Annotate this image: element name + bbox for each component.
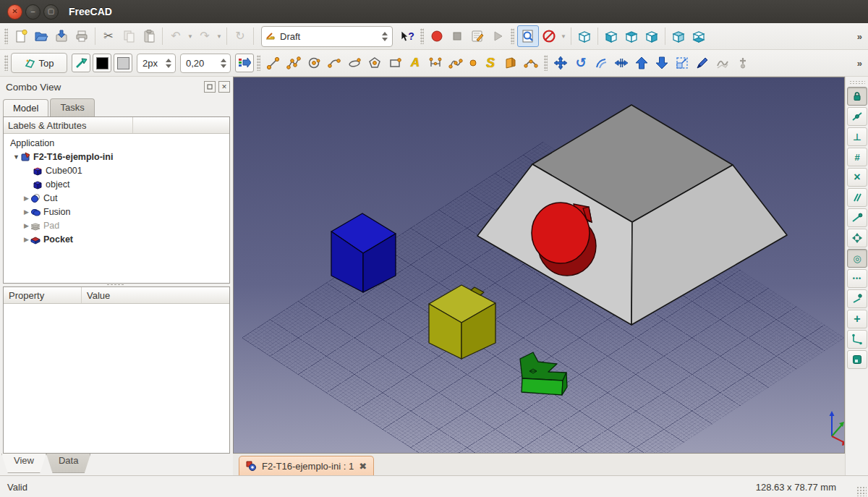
tree-row-pocket[interactable]: ▶ Pocket bbox=[4, 232, 229, 246]
snap-special-button[interactable]: ••• bbox=[847, 269, 867, 288]
toolbar-handle[interactable] bbox=[511, 28, 514, 44]
panel-close-button[interactable]: ✕ bbox=[218, 81, 230, 93]
macro-play-button[interactable] bbox=[488, 26, 508, 46]
snap-endpoint-button[interactable] bbox=[847, 208, 867, 227]
draft-add-point-button[interactable] bbox=[733, 53, 753, 73]
redo-button[interactable]: ↷ bbox=[195, 26, 215, 46]
workbench-selector[interactable]: Draft bbox=[261, 26, 393, 47]
print-button[interactable] bbox=[72, 26, 92, 46]
draft-arc-button[interactable] bbox=[324, 53, 344, 73]
view-right-button[interactable] bbox=[642, 26, 662, 46]
snap-near-button[interactable] bbox=[847, 289, 867, 308]
draft-wire-button[interactable] bbox=[284, 53, 304, 73]
save-document-button[interactable] bbox=[51, 26, 72, 46]
open-document-button[interactable] bbox=[31, 26, 51, 46]
whats-this-button[interactable]: ? bbox=[397, 26, 417, 46]
tab-tasks[interactable]: Tasks bbox=[50, 98, 94, 116]
toolbar-overflow-button[interactable]: » bbox=[857, 31, 862, 42]
toolbar-handle[interactable] bbox=[4, 28, 8, 44]
draft-offset-button[interactable] bbox=[591, 53, 611, 73]
draft-dimension-button[interactable] bbox=[425, 53, 446, 73]
line-color-swatch[interactable] bbox=[93, 54, 111, 72]
view-top-button[interactable] bbox=[621, 26, 642, 46]
expand-arrow-icon[interactable]: ▶ bbox=[22, 208, 30, 216]
tree-row-pad[interactable]: ▶ Pad bbox=[4, 218, 229, 232]
draft-polygon-button[interactable] bbox=[365, 53, 385, 73]
draft-text-button[interactable]: A bbox=[405, 53, 425, 73]
document-tab[interactable]: F2-T16-ejemplo-ini : 1 ✖ bbox=[239, 456, 374, 475]
expand-arrow-icon[interactable]: ▶ bbox=[22, 195, 30, 202]
draft-bezier-button[interactable] bbox=[521, 53, 541, 73]
draft-shapestring-button[interactable]: S bbox=[480, 53, 501, 73]
window-maximize-button[interactable]: ▢ bbox=[43, 4, 59, 20]
toolbar-handle[interactable] bbox=[849, 80, 865, 84]
scale-spinbox[interactable]: 0,20 bbox=[180, 54, 231, 73]
snap-lock-button[interactable] bbox=[847, 87, 867, 106]
toolbar-handle[interactable] bbox=[420, 28, 424, 44]
tab-view[interactable]: View bbox=[1, 454, 46, 473]
view-axonometric-button[interactable] bbox=[574, 26, 595, 46]
tree-row-cube001[interactable]: Cube001 bbox=[4, 163, 229, 177]
snap-perpendicular-button[interactable]: ⊥ bbox=[847, 127, 867, 146]
expand-arrow-icon[interactable]: ▶ bbox=[22, 222, 30, 229]
view-bottom-button[interactable] bbox=[689, 26, 709, 46]
tree-row-fusion[interactable]: ▶ Fusion bbox=[4, 205, 229, 218]
view-front-button[interactable] bbox=[601, 26, 621, 46]
snap-intersection-button[interactable]: × bbox=[847, 168, 867, 187]
snap-ortho-button[interactable]: + bbox=[847, 310, 867, 328]
draft-edit-button[interactable] bbox=[692, 53, 712, 73]
window-minimize-button[interactable]: – bbox=[25, 4, 41, 20]
document-tab-close-icon[interactable]: ✖ bbox=[359, 461, 367, 472]
value-column-header[interactable]: Value bbox=[82, 287, 229, 303]
tree-row-application[interactable]: Application bbox=[4, 136, 229, 150]
copy-button[interactable] bbox=[119, 26, 139, 46]
tab-model[interactable]: Model bbox=[3, 99, 48, 117]
draft-downgrade-button[interactable] bbox=[652, 53, 672, 73]
draft-trimex-button[interactable] bbox=[611, 53, 631, 73]
apply-style-button[interactable] bbox=[235, 54, 254, 72]
snap-parallel-button[interactable] bbox=[847, 188, 867, 207]
toolbar-overflow-button[interactable]: » bbox=[857, 58, 862, 69]
fit-all-button[interactable] bbox=[517, 25, 539, 47]
macro-edit-button[interactable] bbox=[467, 26, 488, 46]
snap-center-button[interactable]: ◎ bbox=[847, 249, 867, 268]
draft-circle-button[interactable] bbox=[304, 53, 324, 73]
property-column-header[interactable]: Property bbox=[4, 287, 82, 303]
tree-row-object[interactable]: object bbox=[4, 177, 229, 191]
new-document-button[interactable] bbox=[11, 26, 31, 46]
working-plane-button[interactable]: Top bbox=[11, 53, 67, 73]
draft-facebinder-button[interactable] bbox=[501, 53, 521, 73]
draft-scale-button[interactable] bbox=[672, 53, 692, 73]
snap-midpoint-button[interactable] bbox=[847, 107, 867, 126]
draft-rectangle-button[interactable] bbox=[385, 53, 405, 73]
toolbar-handle[interactable] bbox=[257, 55, 260, 71]
draft-upgrade-button[interactable] bbox=[631, 53, 652, 73]
expand-arrow-icon[interactable]: ▼ bbox=[12, 153, 20, 161]
tree-row-cut[interactable]: ▶ Cut bbox=[4, 191, 229, 205]
panel-float-button[interactable] bbox=[204, 81, 216, 93]
macro-record-button[interactable] bbox=[427, 26, 447, 46]
snap-extension-button[interactable] bbox=[847, 229, 867, 247]
draft-rotate-button[interactable]: ↺ bbox=[571, 53, 591, 73]
draft-move-button[interactable] bbox=[550, 53, 571, 73]
draw-style-dropdown-arrow[interactable]: ▼ bbox=[559, 26, 568, 46]
snap-grid-button[interactable]: # bbox=[847, 148, 867, 166]
redo-dropdown-arrow[interactable]: ▼ bbox=[215, 26, 224, 46]
paste-button[interactable] bbox=[139, 26, 159, 46]
snap-working-plane-button[interactable] bbox=[847, 350, 867, 369]
workbench-selector-spinner[interactable] bbox=[380, 32, 389, 41]
expand-arrow-icon[interactable]: ▶ bbox=[22, 236, 30, 243]
face-color-swatch[interactable] bbox=[114, 54, 132, 72]
draft-point-button[interactable] bbox=[466, 53, 480, 73]
cut-button[interactable]: ✂ bbox=[98, 26, 119, 46]
undo-button[interactable]: ↶ bbox=[166, 26, 186, 46]
draft-line-button[interactable] bbox=[263, 53, 284, 73]
snap-dimensions-button[interactable] bbox=[847, 330, 867, 349]
tab-data[interactable]: Data bbox=[46, 454, 90, 473]
toolbar-handle[interactable] bbox=[544, 55, 548, 71]
plane-align-button[interactable] bbox=[72, 54, 90, 72]
tree-row-document[interactable]: ▼ F2-T16-ejemplo-ini bbox=[4, 150, 229, 163]
draw-style-button[interactable] bbox=[539, 26, 559, 46]
draft-bspline-button[interactable] bbox=[446, 53, 466, 73]
resize-grip[interactable] bbox=[856, 486, 867, 496]
